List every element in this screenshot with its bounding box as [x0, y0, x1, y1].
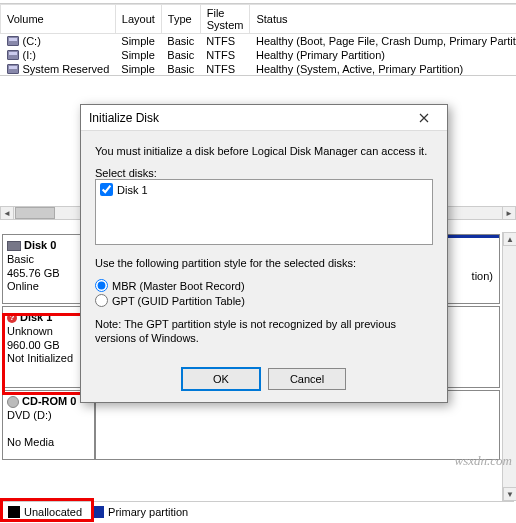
radio-mbr[interactable] [95, 279, 108, 292]
disk-icon [7, 241, 21, 251]
swatch-primary-icon [92, 506, 104, 518]
select-disks-label: Select disks: [95, 167, 433, 179]
col-layout[interactable]: Layout [115, 5, 161, 34]
unknown-disk-icon: ? [7, 313, 17, 323]
disk0-line2: 465.76 GB [7, 267, 90, 281]
drive-icon [7, 64, 19, 74]
list-item[interactable]: Disk 1 [98, 182, 430, 197]
scroll-left-icon[interactable]: ◄ [0, 206, 14, 220]
legend-bar: Unallocated Primary partition [2, 501, 514, 521]
dialog-title-text: Initialize Disk [89, 111, 409, 125]
volume-list[interactable]: Volume Layout Type File System Status C … [0, 4, 516, 76]
disk1-line2: 960.00 GB [7, 339, 90, 353]
legend-unallocated: Unallocated [8, 506, 82, 518]
table-row[interactable]: (I:) Simple Basic NTFS Healthy (Primary … [1, 48, 517, 62]
vol-type: Basic [161, 62, 200, 76]
legend-unallocated-label: Unallocated [24, 506, 82, 518]
dialog-button-row: OK Cancel [81, 360, 447, 402]
disk0-line1: Basic [7, 253, 90, 267]
drive-icon [7, 50, 19, 60]
vol-status: Healthy (Primary Partition) [250, 48, 516, 62]
cdrom-icon [7, 396, 19, 408]
vol-status: Healthy (Boot, Page File, Crash Dump, Pr… [250, 34, 516, 49]
scroll-down-icon[interactable]: ▼ [503, 487, 516, 501]
col-filesystem[interactable]: File System [200, 5, 250, 34]
radio-mbr-row[interactable]: MBR (Master Boot Record) [95, 279, 433, 292]
legend-primary: Primary partition [92, 506, 188, 518]
disk1-item-label: Disk 1 [117, 184, 148, 196]
vol-fs: NTFS [200, 62, 250, 76]
initialize-disk-dialog: Initialize Disk You must initialize a di… [80, 104, 448, 403]
vol-type: Basic [161, 34, 200, 49]
cdrom-line2: No Media [7, 436, 90, 450]
disk1-title: Disk 1 [20, 311, 52, 325]
volume-table: Volume Layout Type File System Status C … [0, 4, 516, 76]
disk1-line3: Not Initialized [7, 352, 90, 366]
cdrom-title: CD-ROM 0 [22, 395, 76, 409]
vol-status: Healthy (System, Active, Primary Partiti… [250, 62, 516, 76]
vol-layout: Simple [115, 34, 161, 49]
vol-fs: NTFS [200, 34, 250, 49]
radio-gpt-label: GPT (GUID Partition Table) [112, 295, 245, 307]
disk1-checkbox[interactable] [100, 183, 113, 196]
vol-layout: Simple [115, 48, 161, 62]
dialog-titlebar[interactable]: Initialize Disk [81, 105, 447, 131]
radio-gpt[interactable] [95, 294, 108, 307]
cancel-button[interactable]: Cancel [268, 368, 346, 390]
scroll-thumb[interactable] [15, 207, 55, 219]
col-volume[interactable]: Volume [1, 5, 116, 34]
legend-primary-label: Primary partition [108, 506, 188, 518]
scroll-up-icon[interactable]: ▲ [503, 232, 516, 246]
table-row[interactable]: (C:) Simple Basic NTFS Healthy (Boot, Pa… [1, 34, 517, 49]
volume-header-row[interactable]: Volume Layout Type File System Status C [1, 5, 517, 34]
vol-name: (C:) [23, 35, 41, 47]
close-button[interactable] [409, 108, 439, 128]
scroll-right-icon[interactable]: ► [502, 206, 516, 220]
vol-name: (I:) [23, 49, 36, 61]
partition-style-label: Use the following partition style for th… [95, 257, 433, 269]
cdrom-line1: DVD (D:) [7, 409, 90, 423]
disk0-line3: Online [7, 280, 90, 294]
vol-fs: NTFS [200, 48, 250, 62]
radio-gpt-row[interactable]: GPT (GUID Partition Table) [95, 294, 433, 307]
vol-name: System Reserved [23, 63, 110, 75]
table-row[interactable]: System Reserved Simple Basic NTFS Health… [1, 62, 517, 76]
watermark-text: wsxdn.com [455, 453, 512, 469]
swatch-unallocated-icon [8, 506, 20, 518]
col-type[interactable]: Type [161, 5, 200, 34]
dialog-note: Note: The GPT partition style is not rec… [95, 317, 433, 346]
disk0-title: Disk 0 [24, 239, 56, 253]
ok-button[interactable]: OK [182, 368, 260, 390]
disk1-line1: Unknown [7, 325, 90, 339]
drive-icon [7, 36, 19, 46]
vol-layout: Simple [115, 62, 161, 76]
vol-type: Basic [161, 48, 200, 62]
col-status[interactable]: Status [250, 5, 516, 34]
select-disks-listbox[interactable]: Disk 1 [95, 179, 433, 245]
radio-mbr-label: MBR (Master Boot Record) [112, 280, 245, 292]
dialog-intro: You must initialize a disk before Logica… [95, 145, 433, 157]
close-icon [419, 113, 429, 123]
